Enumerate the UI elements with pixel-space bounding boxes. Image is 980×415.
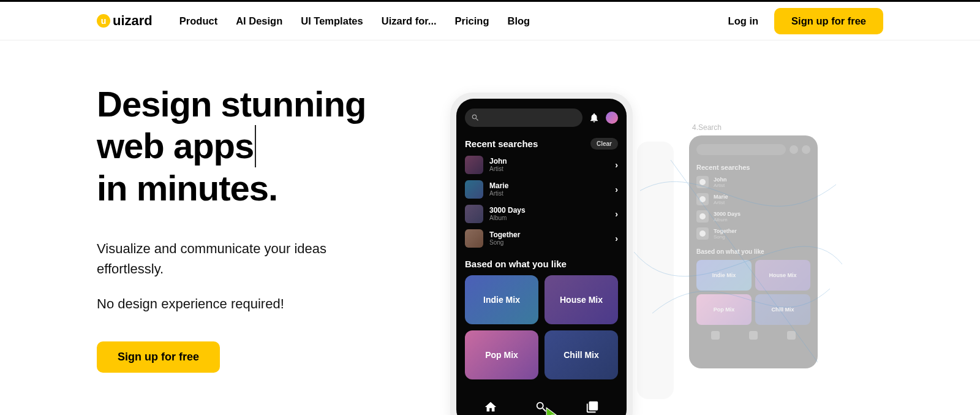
user-avatar[interactable]	[606, 112, 618, 124]
chevron-right-icon: ›	[615, 160, 618, 170]
thumb-icon	[465, 180, 483, 199]
nav-blog[interactable]: Blog	[508, 15, 530, 27]
phone-screen: Recent searches Clear JohnArtist › Marie…	[456, 99, 627, 415]
clear-button[interactable]: Clear	[590, 138, 618, 150]
nav-pricing[interactable]: Pricing	[455, 15, 489, 27]
site-header: u uizard Product AI Design UI Templates …	[0, 2, 980, 40]
headline-line3: in minutes.	[97, 168, 277, 208]
chevron-right-icon: ›	[615, 209, 618, 219]
nav-product[interactable]: Product	[179, 15, 217, 27]
mockup-area: 4.Search Recent searches JohnArtist Mari…	[450, 93, 891, 415]
ghost-phone-middle	[637, 142, 674, 399]
recent-item[interactable]: TogetherSong ›	[465, 229, 618, 248]
main-nav: Product AI Design UI Templates Uizard fo…	[179, 15, 728, 27]
based-on-title: Based on what you like	[465, 259, 618, 269]
mix-card-house[interactable]: House Mix	[545, 275, 618, 324]
recent-searches-title: Recent searches	[465, 139, 538, 149]
mix-card-indie[interactable]: Indie Mix	[465, 275, 538, 324]
chevron-right-icon: ›	[615, 185, 618, 194]
hero-headline: Design stunning web apps in minutes.	[97, 83, 440, 209]
nav-uizard-for[interactable]: Uizard for...	[382, 15, 437, 27]
recent-item[interactable]: 3000 DaysAlbum ›	[465, 205, 618, 223]
thumb-icon	[465, 205, 483, 223]
hero-cta-button[interactable]: Sign up for free	[97, 341, 220, 373]
headline-line2: web apps	[97, 125, 256, 167]
home-icon[interactable]	[484, 400, 497, 414]
recent-item[interactable]: MarieArtist ›	[465, 180, 618, 199]
brand-logo[interactable]: u uizard	[97, 13, 153, 29]
hero-subtext-2: No design experience required!	[97, 296, 440, 312]
ghost-screen-label: 4.Search	[692, 123, 722, 132]
logo-icon: u	[97, 14, 110, 28]
search-icon	[471, 113, 480, 122]
chevron-right-icon: ›	[615, 234, 618, 243]
cursor-icon	[545, 406, 561, 415]
brand-name: uizard	[113, 13, 153, 29]
ghost-phone-right: Recent searches JohnArtist MarieArtist 3…	[689, 135, 818, 368]
thumb-icon	[465, 229, 483, 248]
bell-icon[interactable]	[589, 112, 600, 123]
login-link[interactable]: Log in	[728, 15, 758, 27]
library-icon[interactable]	[586, 400, 599, 414]
phone-mockup: Recent searches Clear JohnArtist › Marie…	[450, 93, 633, 415]
search-input[interactable]	[465, 109, 582, 127]
thumb-icon	[465, 156, 483, 174]
nav-ui-templates[interactable]: UI Templates	[301, 15, 363, 27]
signup-button[interactable]: Sign up for free	[774, 8, 883, 34]
nav-ai-design[interactable]: AI Design	[236, 15, 282, 27]
recent-item[interactable]: JohnArtist ›	[465, 156, 618, 174]
hero-section: Design stunning web apps in minutes. Vis…	[0, 40, 980, 373]
headline-line1: Design stunning	[97, 84, 366, 124]
mix-card-chill[interactable]: Chill Mix	[545, 330, 618, 379]
mix-card-pop[interactable]: Pop Mix	[465, 330, 538, 379]
hero-subtext: Visualize and communicate your ideas eff…	[97, 238, 440, 279]
tab-bar	[465, 394, 618, 415]
